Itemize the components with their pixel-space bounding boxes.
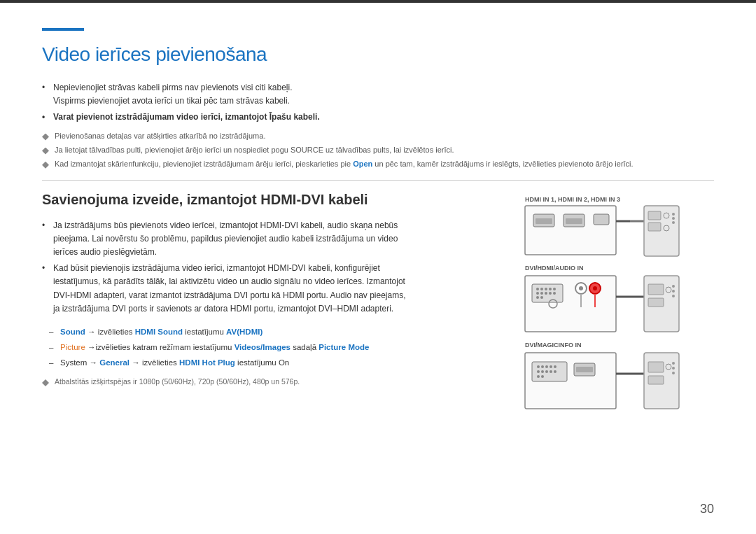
note-item-1: Pievienošanas detaļas var atšķirties atk… [42, 130, 714, 142]
note-item-2: Ja lietojat tālvadības pulti, pievienoji… [42, 144, 714, 156]
hdmi-port-2-inner [566, 218, 582, 224]
bottom-note: Atbalstītās izšķirtspējas ir 1080p (50/6… [42, 377, 406, 388]
device-slot-bot1 [648, 362, 664, 372]
intro-bullets: Nepievienojiet strāvas kabeli pirms nav … [42, 81, 714, 125]
device-slot-2 [648, 223, 661, 231]
hdmi-sound-keyword: HDMI Sound [135, 328, 183, 336]
dvi-d2 [540, 288, 543, 290]
content-layout: Savienojuma izveide, izmantojot HDMI-DVI… [42, 192, 714, 489]
right-content: HDMI IN 1, HDMI IN 2, HDMI IN 3 [427, 192, 693, 489]
section-bullet-2: Kad būsit pievienojis izstrādājuma video… [42, 262, 406, 316]
dvi-d1 [536, 288, 539, 290]
hdmi-frame [525, 206, 616, 255]
mi-d3 [545, 365, 548, 368]
mi-d1 [537, 365, 540, 368]
left-content: Savienojuma izveide, izmantojot HDMI-DVI… [42, 192, 406, 489]
section-title: Savienojuma izveide, izmantojot HDMI-DVI… [42, 192, 406, 208]
device-dot-bot2 [672, 367, 675, 370]
hdmi-hot-plug-keyword: HDMI Hot Plug [179, 358, 235, 367]
mi-d12 [541, 375, 544, 378]
section-divider [42, 180, 714, 181]
mi-d6 [537, 370, 540, 373]
mi-d5 [554, 365, 556, 368]
rca-red-center [593, 286, 597, 290]
top-border [0, 0, 756, 3]
dvi-d12 [540, 296, 543, 299]
dvi-d6 [536, 292, 539, 295]
dash-item-sound: Sound → izvēlieties HDMI Sound iestatīju… [49, 325, 406, 339]
magicinfo-label: DVI/MAGICINFO IN [525, 342, 582, 349]
picture-keyword: Picture [60, 343, 85, 351]
dvi-d10 [553, 292, 556, 295]
note-item-3: Kad izmantojat skārienfunkciju, pievieno… [42, 158, 714, 170]
dash-item-system: System → General → izvēlieties HDMI Hot … [49, 356, 406, 370]
device-dot-mid2 [672, 290, 675, 293]
mi-d8 [545, 370, 548, 373]
mi-d2 [541, 365, 544, 368]
av-hdmi-keyword: AV(HDMI) [226, 328, 262, 336]
hdmi-port-3 [594, 214, 609, 225]
device-dot-3 [672, 221, 675, 224]
device-dot-bot1 [672, 362, 675, 365]
device-slot-mid1 [648, 284, 664, 295]
mi-d11 [537, 375, 540, 378]
section-bullets: Ja izstrādājums būs pievienots video ier… [42, 219, 406, 316]
open-keyword: Open [353, 160, 372, 168]
bullet-item-1: Nepievienojiet strāvas kabeli pirms nav … [42, 81, 714, 108]
magicinfo-hdmi-inner [576, 367, 593, 372]
device-slot-1 [648, 211, 661, 220]
mi-d9 [550, 370, 552, 373]
device-dot-mid3 [672, 295, 675, 297]
dvi-d5 [553, 288, 556, 290]
section-bullet-1: Ja izstrādājums būs pievienots video ier… [42, 219, 406, 260]
mi-d10 [554, 370, 556, 373]
dvi-d9 [549, 292, 552, 295]
rca-white-center [579, 286, 583, 290]
hdmi-port-1-inner [536, 218, 552, 224]
hdmi-label: HDMI IN 1, HDMI IN 2, HDMI IN 3 [525, 196, 620, 203]
device-dot-1 [672, 213, 675, 216]
diagram-svg: HDMI IN 1, HDMI IN 2, HDMI IN 3 [427, 192, 686, 486]
mi-d4 [550, 365, 552, 368]
device-dot-bot3 [672, 372, 675, 374]
device-dot-2 [672, 217, 675, 220]
general-keyword: General [99, 358, 130, 367]
mi-d7 [541, 370, 544, 373]
dvi-d7 [540, 292, 543, 295]
dvi-d3 [545, 288, 547, 290]
page-number: 30 [700, 502, 714, 517]
sound-keyword: Sound [60, 328, 85, 336]
dash-list: Sound → izvēlieties HDMI Sound iestatīju… [42, 325, 406, 370]
accent-bar [42, 28, 84, 31]
device-slot-mid2 [648, 298, 664, 307]
bullet-item-2: Varat pievienot izstrādājumam video ierī… [42, 111, 714, 124]
dvi-d11 [536, 296, 539, 299]
intro-notes: Pievienošanas detaļas var atšķirties atk… [42, 130, 714, 170]
videos-images-keyword: Videos/Images [234, 343, 290, 351]
dvi-d4 [549, 288, 552, 290]
page-container: Video ierīces pievienošana Nepievienojie… [0, 0, 756, 534]
device-slot-bot2 [648, 376, 664, 384]
dvi-hdmi-label: DVI/HDMI/AUDIO IN [525, 265, 584, 272]
picture-mode-keyword: Picture Mode [318, 343, 369, 351]
dvi-d8 [545, 292, 547, 295]
dash-item-picture: Picture →izvēlieties katram režīmam iest… [49, 341, 406, 354]
device-dot-mid1 [672, 285, 675, 288]
page-title: Video ierīces pievienošana [42, 43, 714, 66]
